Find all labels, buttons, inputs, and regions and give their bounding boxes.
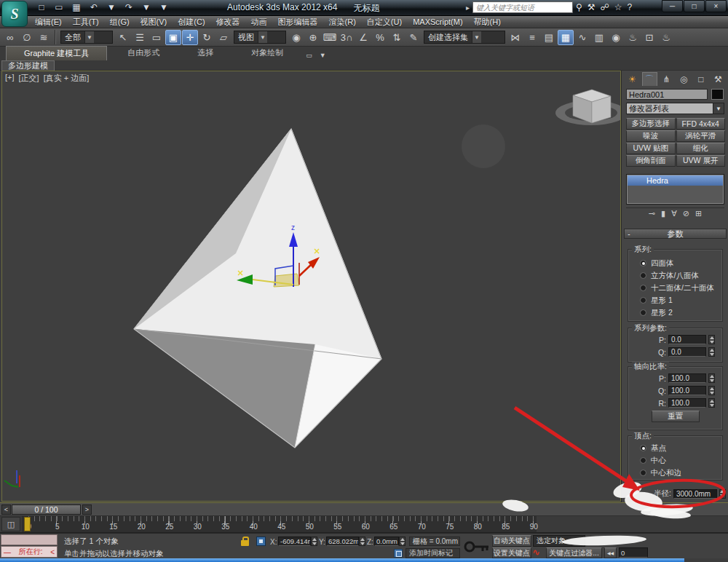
minimize-button[interactable]: ─ [662,0,683,12]
keyboard-shortcut-override-icon[interactable]: ⌨ [322,30,338,45]
modifier-shortcut-button[interactable]: 多边形选择 [626,118,676,130]
window-crossing-toggle-icon[interactable]: ▣ [165,30,181,45]
vertices-radio-option[interactable]: 中心和边 [628,467,722,479]
ribbon-minimize-arrow-icon[interactable]: ▼ [317,50,328,60]
radio-icon[interactable] [640,309,646,316]
ribbon-tab-selection[interactable]: 选择 [180,46,231,60]
undo-icon[interactable]: ↶ [87,1,100,13]
p-spinner[interactable] [708,335,715,344]
modifier-stack[interactable]: Hedra [626,174,724,205]
radio-icon[interactable] [640,297,646,304]
new-file-icon[interactable]: □ [35,1,48,13]
modifier-shortcut-button[interactable]: UVW 展开 [676,155,726,167]
curve-editor-icon[interactable]: ∿ [574,30,590,45]
menu-customize[interactable]: 自定义(U) [367,17,402,28]
select-and-link-icon[interactable]: ∞ [2,30,18,45]
family-radio-option[interactable]: 四面体 [628,257,722,269]
axis-q-spinner[interactable] [708,386,715,395]
render-production-icon[interactable]: ♨ [658,30,674,45]
axis-r-field[interactable]: 100.0 [668,398,706,408]
motion-tab[interactable]: ◎ [676,72,692,86]
viewport-menu-view[interactable]: [正交] [19,73,39,84]
modifier-shortcut-button[interactable]: 细化 [676,143,726,154]
axis-r-spinner[interactable] [708,398,715,408]
maxscript-mini-listener[interactable]: — 所在行: < [1,546,58,558]
menu-graph-editors[interactable]: 图形编辑器 [278,17,318,28]
render-setup-icon[interactable]: ♨ [625,30,641,45]
q-spinner[interactable] [708,347,715,357]
utilities-tab[interactable]: ⚒ [711,72,726,86]
absolute-mode-icon[interactable] [256,537,266,546]
radio-icon[interactable] [640,457,646,464]
menu-modifiers[interactable]: 修改器 [216,17,240,28]
undo-dropdown-icon[interactable]: ▼ [105,1,118,13]
ribbon-tab-freeform[interactable]: 自由形式 [110,46,177,60]
modifier-shortcut-button[interactable]: FFD 4x4x4 [676,118,726,130]
bind-to-space-warp-icon[interactable]: ≋ [36,30,52,45]
rectangular-selection-region-icon[interactable]: ▭ [149,30,165,45]
playhead-marker[interactable] [24,517,31,531]
ribbon-tab-graphite[interactable]: Graphite 建模工具 [6,46,107,60]
display-tab[interactable]: □ [693,72,708,86]
open-file-icon[interactable]: ▭ [52,1,66,13]
menu-tools[interactable]: 工具(T) [73,17,99,28]
set-key-button[interactable]: 设置关键点 [492,547,531,558]
viewport-menu-plus[interactable]: [+] [5,73,15,84]
search-input[interactable] [472,1,573,13]
workspace-dropdown-icon[interactable]: ▼ [157,1,170,13]
show-end-result-icon[interactable]: ▮ [661,209,665,218]
go-to-start-button[interactable]: ◀◀ [604,547,617,558]
menu-help[interactable]: 帮助(H) [474,17,501,28]
y-coordinate-field[interactable]: 628.022mm [326,537,359,546]
angle-snap-icon[interactable]: ∠ [355,30,371,45]
select-and-rotate-icon[interactable]: ↻ [199,30,215,45]
radius-spinner[interactable] [719,489,726,499]
z-coordinate-field[interactable]: 0.0mm [374,537,399,546]
hedra-tetrahedron-object[interactable] [134,129,381,448]
align-icon[interactable]: ≡ [524,30,540,45]
viewport[interactable]: z [1,71,621,502]
snap-toggle-3d-icon[interactable]: 3∩ [339,30,355,45]
ribbon-minimize-icon[interactable]: ▭ [304,50,314,60]
help-icon[interactable]: ? [628,2,633,12]
close-button[interactable]: × [705,0,727,12]
viewport-menu-shading[interactable]: [真实 + 边面] [44,73,90,84]
search-icon[interactable]: ⚲ [576,2,582,12]
unlink-selection-icon[interactable]: ∅ [19,30,35,45]
reset-button[interactable]: 重置 [652,411,700,422]
family-radio-option[interactable]: 星形 1 [628,294,722,306]
add-time-tag-button[interactable]: 添加时间标记 [405,548,460,558]
vertices-radio-option[interactable]: 基点 [628,442,722,454]
spinner-snap-icon[interactable]: ⇅ [389,30,405,45]
y-spinner[interactable] [359,537,365,546]
menu-edit[interactable]: 编辑(E) [35,17,62,28]
modifier-shortcut-button[interactable]: 倒角剖面 [626,155,676,167]
menu-group[interactable]: 组(G) [110,17,130,28]
maxscript-macro-recorder[interactable] [1,534,58,545]
p-value-field[interactable]: 0.0 [668,335,706,344]
search-history-icon[interactable]: ▸ [466,4,470,12]
axis-p-field[interactable]: 100.0 [668,373,706,383]
menu-animation[interactable]: 动画 [251,17,267,28]
ribbon-tab-object-paint[interactable]: 对象绘制 [234,46,301,60]
radius-value-field[interactable]: 3000.0mm [673,489,717,499]
previous-frame-button[interactable]: < [1,504,11,515]
time-slider-handle[interactable]: 0 / 100 [12,504,81,515]
subscription-wrench-icon[interactable]: ⚒ [587,2,596,12]
axis-p-spinner[interactable] [708,373,715,383]
select-object-icon[interactable]: ↖ [115,30,131,45]
material-editor-icon[interactable]: ◉ [608,30,624,45]
favorites-star-icon[interactable]: ☆ [614,2,622,12]
object-color-swatch[interactable] [711,89,724,100]
family-radio-option[interactable]: 星形 2 [628,306,722,319]
selection-filter-dropdown[interactable]: 全部 ▼ [60,31,113,44]
dope-sheet-icon[interactable]: ▥ [591,30,607,45]
modifier-shortcut-button[interactable]: 噪波 [626,130,676,142]
family-radio-option[interactable]: 十二面体/二十面体 [628,282,722,294]
menu-views[interactable]: 视图(V) [141,17,167,28]
make-unique-icon[interactable]: ∀ [671,209,677,218]
graphite-ribbon-toggle-icon[interactable]: ▦ [558,30,574,45]
select-by-name-icon[interactable]: ☰ [132,30,148,45]
select-and-scale-icon[interactable]: ▱ [215,30,232,45]
set-keys-key-icon[interactable] [463,536,491,558]
